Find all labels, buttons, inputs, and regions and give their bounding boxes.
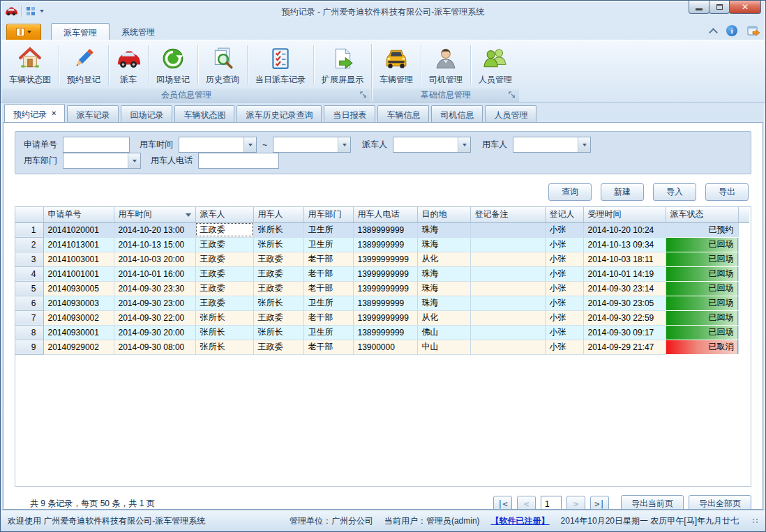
cell-dept[interactable]: 卫生所	[303, 237, 353, 252]
cell-destination[interactable]: 珠海	[417, 222, 470, 237]
cell-dispatcher[interactable]: 王政委	[195, 237, 253, 252]
cell-apply-no[interactable]: 20141013001	[43, 237, 114, 252]
doc-tab[interactable]: 派车记录	[67, 105, 119, 122]
history-query-button[interactable]: 历史查询	[199, 42, 246, 89]
cell-dept[interactable]: 卫生所	[303, 296, 353, 310]
cell-registrar[interactable]: 小张	[545, 340, 583, 354]
cell-dispatch-status[interactable]: 已回场	[666, 252, 738, 266]
cell-accept-time[interactable]: 2014-10-01 14:19	[583, 266, 666, 281]
doc-tab[interactable]: 派车历史记录查询	[236, 105, 322, 122]
cell-accept-time[interactable]: 2014-09-30 22:59	[583, 310, 666, 325]
collapse-ribbon-icon[interactable]	[709, 28, 718, 37]
cell-dispatch-status[interactable]: 已回场	[666, 281, 738, 296]
restore-button[interactable]	[709, 1, 730, 14]
cell-dept[interactable]: 卫生所	[303, 222, 353, 237]
cell-use-time[interactable]: 2014-09-30 22:00	[114, 310, 195, 325]
cell-registrar[interactable]: 小张	[545, 237, 583, 252]
cell-use-time[interactable]: 2014-10-01 16:00	[114, 266, 195, 281]
toolbar-dropdown-icon[interactable]	[40, 10, 44, 13]
cell-dispatcher[interactable]: 王政委	[195, 252, 253, 266]
combo-dropdown-button[interactable]	[578, 137, 590, 152]
cell-apply-no[interactable]: 20140929002	[43, 340, 114, 354]
cell-note[interactable]	[470, 237, 545, 252]
doc-tab[interactable]: 车辆状态图	[174, 105, 234, 122]
close-button[interactable]: ✕	[729, 1, 761, 14]
extend-screen-button[interactable]: 扩展屏显示	[315, 42, 370, 89]
cell-note[interactable]	[470, 340, 545, 354]
row-header[interactable]: 8	[15, 325, 43, 340]
cell-destination[interactable]: 珠海	[417, 237, 470, 252]
export-current-page-button[interactable]: 导出当前页	[621, 495, 684, 510]
cell-phone[interactable]: 1389999999	[353, 325, 417, 340]
export-button[interactable]: 导出	[705, 183, 749, 201]
cell-accept-time[interactable]: 2014-09-30 23:14	[583, 281, 666, 296]
info-icon[interactable]: i	[726, 25, 737, 36]
cell-phone[interactable]: 1389999999	[353, 222, 417, 237]
cell-dispatcher[interactable]: 王政委	[195, 222, 253, 237]
sort-filter-icon[interactable]	[186, 213, 191, 217]
cell-use-time[interactable]: 2014-09-30 23:00	[114, 296, 195, 310]
combo-dropdown-button[interactable]	[243, 137, 256, 152]
cell-dispatcher[interactable]: 王政委	[195, 296, 253, 310]
cell-user[interactable]: 王政委	[253, 340, 303, 354]
cell-dispatcher[interactable]: 王政委	[195, 266, 253, 281]
table-row[interactable]: 3 20141003001 2014-10-03 20:00 王政委 王政委 老…	[15, 252, 749, 266]
dispatcher-combo[interactable]	[393, 137, 471, 153]
cell-registrar[interactable]: 小张	[545, 266, 583, 281]
layout-switch-icon[interactable]	[25, 6, 36, 17]
table-row[interactable]: 1 20141020001 2014-10-20 13:00 王政委 张所长 卫…	[15, 222, 749, 237]
prev-page-button[interactable]: <	[517, 496, 536, 510]
row-header[interactable]: 7	[15, 310, 43, 325]
row-header[interactable]: 5	[15, 281, 43, 296]
col-apply-no[interactable]: 申请单号	[43, 207, 114, 222]
cell-registrar[interactable]: 小张	[545, 310, 583, 325]
cell-destination[interactable]: 佛山	[417, 325, 470, 340]
table-row[interactable]: 4 20141001001 2014-10-01 16:00 王政委 王政委 老…	[15, 266, 749, 281]
cell-apply-no[interactable]: 20141020001	[43, 222, 114, 237]
doc-tab[interactable]: 人员管理	[485, 105, 536, 122]
cell-accept-time[interactable]: 2014-09-30 23:05	[583, 296, 666, 310]
cell-dispatcher[interactable]: 王政委	[195, 281, 253, 296]
last-page-button[interactable]: >|	[590, 496, 609, 510]
cell-use-time[interactable]: 2014-09-30 20:00	[114, 325, 195, 340]
combo-dropdown-button[interactable]	[128, 153, 140, 168]
cell-dispatch-status[interactable]: 已回场	[666, 266, 738, 281]
cell-use-time[interactable]: 2014-10-03 20:00	[114, 252, 195, 266]
cell-destination[interactable]: 中山	[417, 340, 470, 354]
cell-dispatch-status[interactable]: 已回场	[666, 310, 738, 325]
row-header[interactable]: 9	[15, 340, 43, 354]
cell-dispatch-status[interactable]: 已取消	[666, 340, 738, 354]
next-page-button[interactable]: >	[566, 496, 585, 510]
cell-dept[interactable]: 老干部	[303, 281, 353, 296]
apply-no-input[interactable]	[63, 137, 130, 153]
cell-dispatcher[interactable]: 张所长	[195, 310, 253, 325]
cell-use-time[interactable]: 2014-10-20 13:00	[114, 222, 195, 237]
cell-use-time[interactable]: 2014-09-30 23:30	[114, 281, 195, 296]
col-destination[interactable]: 目的地	[417, 207, 470, 222]
page-number-input[interactable]	[541, 496, 562, 510]
dispatch-button[interactable]: 派车	[110, 42, 147, 89]
col-dept[interactable]: 用车部门	[303, 207, 353, 222]
cell-accept-time[interactable]: 2014-09-29 21:47	[583, 340, 666, 354]
license-registered-link[interactable]: 【软件已注册】	[491, 515, 550, 527]
cell-dept[interactable]: 老干部	[303, 252, 353, 266]
cell-phone[interactable]: 13999999999	[353, 310, 417, 325]
export-all-pages-button[interactable]: 导出全部页	[689, 495, 751, 510]
cell-dispatch-status[interactable]: 已回场	[666, 325, 738, 340]
cell-user[interactable]: 王政委	[253, 252, 303, 266]
col-phone[interactable]: 用车人电话	[353, 207, 417, 222]
doc-tab[interactable]: 司机信息	[431, 105, 483, 122]
cell-destination[interactable]: 珠海	[417, 281, 470, 296]
driver-management-button[interactable]: 司机管理	[422, 42, 470, 89]
cell-registrar[interactable]: 小张	[545, 296, 583, 310]
cell-accept-time[interactable]: 2014-10-20 10:24	[583, 222, 666, 237]
minimize-button[interactable]	[689, 1, 709, 14]
cell-dispatch-status[interactable]: 已预约	[666, 222, 738, 237]
about-icon[interactable]	[747, 25, 760, 36]
table-row[interactable]: 9 20140929002 2014-09-30 08:00 张所长 王政委 老…	[15, 340, 749, 354]
col-user[interactable]: 用车人	[253, 207, 303, 222]
ribbon-tab-system[interactable]: 系统管理	[110, 23, 167, 40]
cell-apply-no[interactable]: 20140930003	[43, 296, 114, 310]
cell-registrar[interactable]: 小张	[545, 281, 583, 296]
use-time-to-combo[interactable]	[273, 137, 351, 153]
